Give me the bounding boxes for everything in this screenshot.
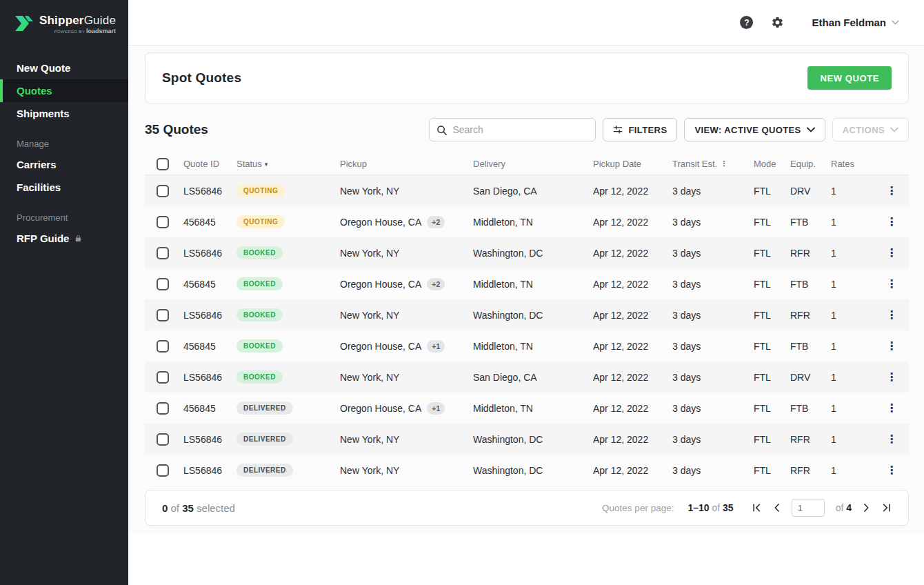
quotes-table: Quote ID Status▾ Pickup Delivery Pickup …	[145, 153, 909, 486]
sidebar-item-facilities[interactable]: Facilities	[0, 176, 128, 199]
table-row[interactable]: LS56846 DELIVERED New York, NY Washingto…	[145, 455, 909, 486]
equip-cell: RFR	[790, 248, 831, 259]
pickup-date-cell: Apr 12, 2022	[593, 434, 672, 445]
col-equip[interactable]: Equip.	[790, 159, 831, 169]
topbar: ? Ethan Feldman	[128, 0, 924, 46]
transit-cell: 3 days	[672, 372, 754, 383]
pickup-cell: Oregon House, CA+2	[340, 278, 473, 290]
col-quote-id[interactable]: Quote ID	[183, 159, 237, 169]
row-menu-kebab-icon[interactable]: ⋮	[874, 308, 909, 321]
table-row[interactable]: 456845 DELIVERED Oregon House, CA+1 Midd…	[145, 393, 909, 424]
sidebar-item-carriers[interactable]: Carriers	[0, 153, 128, 176]
actions-dropdown[interactable]: ACTIONS	[832, 118, 909, 141]
mode-cell: FTL	[754, 279, 790, 290]
row-menu-kebab-icon[interactable]: ⋮	[874, 433, 909, 446]
sidebar-item-shipments[interactable]: Shipments	[0, 102, 128, 125]
quote-id-cell: 456845	[183, 403, 237, 414]
col-mode[interactable]: Mode	[754, 159, 790, 169]
table-row[interactable]: 456845 BOOKED Oregon House, CA+1 Middlet…	[145, 330, 909, 361]
row-checkbox[interactable]	[157, 278, 169, 290]
status-badge: BOOKED	[237, 277, 283, 290]
row-checkbox[interactable]	[157, 185, 169, 197]
quotes-count: 35 Quotes	[145, 122, 208, 137]
table-row[interactable]: LS56846 DELIVERED New York, NY Washingto…	[145, 424, 909, 455]
sidebar-item-new-quote[interactable]: New Quote	[0, 57, 128, 79]
settings-gear-icon[interactable]	[771, 16, 784, 29]
brand-name: ShipperGuide	[39, 14, 116, 27]
row-menu-kebab-icon[interactable]: ⋮	[874, 215, 909, 228]
main-area: ? Ethan Feldman Spot Quotes NEW QUOTE 35…	[128, 0, 924, 585]
row-menu-kebab-icon[interactable]: ⋮	[874, 277, 909, 290]
equip-cell: FTB	[790, 217, 831, 228]
filters-button[interactable]: FILTERS	[603, 118, 677, 141]
equip-cell: FTB	[790, 403, 831, 414]
sidebar-section-manage: Manage	[0, 125, 128, 153]
table-row[interactable]: LS56846 BOOKED New York, NY Washington, …	[145, 237, 909, 268]
search-input[interactable]	[452, 124, 588, 135]
extra-stops-chip: +2	[427, 216, 445, 228]
rates-cell: 1	[831, 434, 874, 445]
row-menu-kebab-icon[interactable]: ⋮	[874, 401, 909, 415]
col-rates[interactable]: Rates	[831, 159, 874, 169]
help-icon[interactable]: ?	[740, 16, 753, 29]
sidebar-section-procurement: Procurement	[0, 199, 128, 227]
pickup-cell: New York, NY	[340, 465, 473, 476]
col-pickup[interactable]: Pickup	[340, 159, 473, 169]
row-menu-kebab-icon[interactable]: ⋮	[874, 464, 909, 477]
user-menu[interactable]: Ethan Feldman	[812, 17, 899, 28]
page-number-input[interactable]	[792, 499, 825, 517]
col-delivery[interactable]: Delivery	[473, 159, 593, 169]
sidebar: ShipperGuide POWERED BY loadsmart New Qu…	[0, 0, 128, 585]
row-checkbox[interactable]	[157, 371, 169, 384]
table-row[interactable]: 456845 BOOKED Oregon House, CA+2 Middlet…	[145, 268, 909, 299]
table-row[interactable]: 456845 QUOTING Oregon House, CA+2 Middle…	[145, 206, 909, 237]
row-checkbox[interactable]	[157, 433, 169, 446]
quote-id-cell: 456845	[183, 217, 237, 228]
row-checkbox[interactable]	[157, 247, 169, 259]
table-row[interactable]: LS56846 BOOKED New York, NY Washington, …	[145, 299, 909, 330]
row-checkbox[interactable]	[157, 216, 169, 228]
prev-page-icon[interactable]	[773, 503, 781, 513]
delivery-cell: Middleton, TN	[473, 403, 593, 414]
equip-cell: RFR	[790, 465, 831, 476]
row-menu-kebab-icon[interactable]: ⋮	[874, 184, 909, 197]
row-checkbox[interactable]	[157, 402, 169, 415]
sidebar-item-rfp-guide[interactable]: RFP Guide	[0, 227, 128, 250]
new-quote-button[interactable]: NEW QUOTE	[807, 66, 892, 90]
equip-cell: DRV	[790, 186, 831, 197]
view-dropdown[interactable]: VIEW: ACTIVE QUOTES	[684, 118, 825, 141]
select-all-checkbox[interactable]	[157, 158, 169, 170]
col-transit[interactable]: Transit Est.⋮	[672, 159, 754, 169]
equip-cell: DRV	[790, 372, 831, 383]
sidebar-item-quotes[interactable]: Quotes	[0, 79, 128, 102]
col-status[interactable]: Status▾	[237, 159, 340, 169]
shipperguide-logo-icon	[14, 14, 34, 33]
row-checkbox[interactable]	[157, 340, 169, 353]
row-checkbox[interactable]	[157, 309, 169, 321]
status-badge: BOOKED	[237, 370, 283, 384]
next-page-icon[interactable]	[863, 503, 870, 513]
delivery-cell: San Diego, CA	[473, 186, 593, 197]
first-page-icon[interactable]	[752, 503, 762, 513]
col-pickup-date[interactable]: Pickup Date	[593, 159, 672, 169]
search-box[interactable]	[429, 118, 596, 141]
table-row[interactable]: LS56846 BOOKED New York, NY San Diego, C…	[145, 361, 909, 393]
table-row[interactable]: LS56846 QUOTING New York, NY San Diego, …	[145, 175, 909, 206]
pickup-date-cell: Apr 12, 2022	[593, 310, 672, 321]
rates-cell: 1	[831, 465, 874, 476]
column-options-icon[interactable]: ⋮	[720, 159, 727, 168]
mode-cell: FTL	[754, 403, 790, 414]
transit-cell: 3 days	[672, 465, 754, 476]
status-badge: QUOTING	[237, 184, 285, 197]
row-menu-kebab-icon[interactable]: ⋮	[874, 339, 909, 353]
row-menu-kebab-icon[interactable]: ⋮	[874, 370, 909, 384]
delivery-cell: Middleton, TN	[473, 217, 593, 228]
rates-cell: 1	[831, 341, 874, 352]
row-menu-kebab-icon[interactable]: ⋮	[874, 246, 909, 259]
delivery-cell: Middleton, TN	[473, 341, 593, 352]
last-page-icon[interactable]	[881, 503, 892, 513]
powered-by: POWERED BY loadsmart	[39, 28, 116, 34]
pickup-cell: Oregon House, CA+1	[340, 340, 473, 353]
row-checkbox[interactable]	[157, 464, 169, 477]
pickup-date-cell: Apr 12, 2022	[593, 341, 672, 352]
